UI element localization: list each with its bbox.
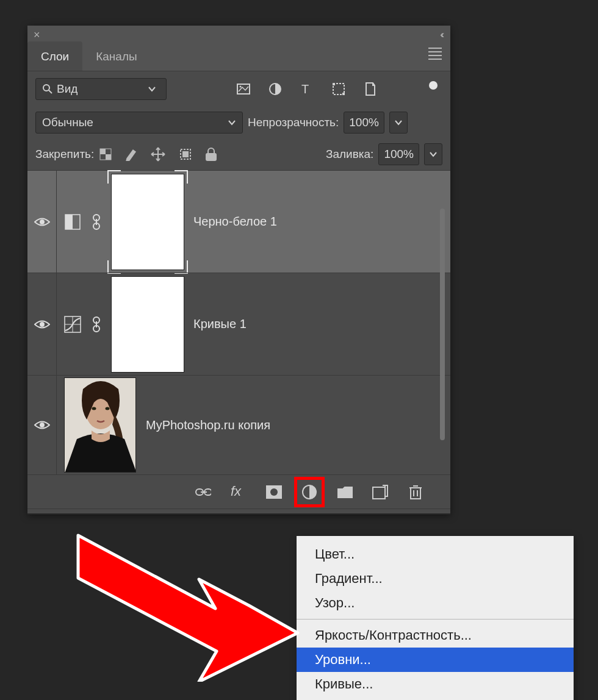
lock-artboard-icon[interactable] (178, 147, 193, 162)
new-adjustment-layer-icon[interactable] (301, 484, 317, 500)
menu-item-exposure[interactable]: Экспозиция... (297, 696, 574, 700)
link-icon[interactable] (91, 214, 102, 230)
svg-point-0 (43, 85, 49, 91)
menu-item-brightness[interactable]: Яркость/Контрастность... (297, 623, 574, 648)
flyout-group: Цвет... Градиент... Узор... (297, 536, 574, 615)
panel-menu-icon[interactable] (428, 48, 442, 60)
filter-label: Вид (57, 82, 77, 96)
lock-pixels-icon[interactable] (124, 148, 138, 161)
opacity-label: Непрозрачность: (248, 116, 339, 129)
menu-item-color[interactable]: Цвет... (297, 542, 574, 566)
tab-channels[interactable]: Каналы (82, 41, 150, 71)
svg-rect-11 (106, 154, 111, 160)
blend-mode-select[interactable]: Обычные (35, 112, 243, 134)
blackwhite-adjustment-icon (64, 213, 81, 230)
visibility-toggle[interactable] (27, 273, 57, 375)
lock-all-icon[interactable] (205, 148, 217, 161)
add-mask-icon[interactable] (266, 484, 282, 500)
eye-icon (34, 420, 50, 430)
blend-mode-value: Обычные (42, 116, 93, 129)
svg-point-15 (40, 220, 45, 224)
layer-row[interactable]: Кривые 1 (27, 273, 450, 375)
link-layers-icon[interactable] (195, 484, 211, 500)
eye-icon (34, 216, 50, 227)
svg-rect-7 (333, 83, 335, 85)
search-icon (42, 84, 53, 95)
visibility-toggle[interactable] (27, 171, 57, 273)
lock-label: Закрепить: (35, 148, 94, 161)
svg-point-28 (40, 423, 45, 427)
visibility-toggle[interactable] (27, 376, 57, 474)
filter-shape-icon[interactable] (332, 82, 345, 96)
tab-layers[interactable]: Слои (27, 41, 82, 71)
scrollbar[interactable] (440, 209, 445, 440)
svg-rect-41 (411, 488, 420, 499)
eye-icon (34, 319, 50, 330)
filter-pixel-icon[interactable] (237, 82, 250, 96)
new-layer-icon[interactable] (372, 484, 388, 500)
filter-smartobject-icon[interactable] (364, 82, 377, 96)
svg-point-31 (92, 407, 96, 410)
layer-name[interactable]: Черно-белое 1 (193, 215, 277, 229)
svg-point-3 (240, 86, 242, 88)
layer-filter-select[interactable]: Вид (35, 78, 167, 100)
lock-position-icon[interactable] (150, 146, 166, 162)
link-icon[interactable] (91, 316, 102, 332)
svg-line-1 (49, 90, 52, 93)
collapse-icon[interactable]: ‹‹ (440, 29, 442, 40)
svg-rect-14 (206, 154, 216, 160)
tutorial-arrow-icon (66, 523, 322, 682)
svg-rect-13 (182, 151, 189, 157)
svg-rect-8 (342, 93, 345, 95)
layer-type-filters: T (237, 82, 377, 96)
filter-text-icon[interactable]: T (300, 82, 314, 96)
svg-point-38 (270, 488, 278, 496)
layers-panel: × ‹‹ Слои Каналы Вид T Об (27, 26, 450, 515)
svg-text:fx: fx (231, 485, 242, 499)
close-icon[interactable]: × (34, 29, 40, 41)
svg-point-32 (106, 407, 110, 410)
chevron-down-icon (148, 85, 156, 93)
menu-separator (297, 619, 574, 620)
layer-thumbnail[interactable] (64, 377, 136, 473)
opacity-chevron[interactable] (389, 112, 408, 134)
menu-item-gradient[interactable]: Градиент... (297, 566, 574, 591)
new-group-icon[interactable] (337, 484, 353, 500)
panel-bottom-bar: fx (27, 474, 450, 509)
layer-mask-thumbnail[interactable] (112, 277, 184, 372)
fill-label: Заливка: (326, 148, 373, 161)
svg-rect-10 (100, 149, 106, 154)
svg-rect-17 (65, 215, 73, 229)
menu-item-pattern[interactable]: Узор... (297, 591, 574, 615)
filter-toggle-switch[interactable] (429, 81, 438, 90)
layer-row[interactable]: MyPhotoshop.ru копия (27, 375, 450, 474)
menu-item-curves[interactable]: Кривые... (297, 672, 574, 696)
layer-name[interactable]: Кривые 1 (193, 317, 247, 331)
filter-adjustment-icon[interactable] (268, 82, 282, 96)
portrait-placeholder (65, 378, 136, 473)
opacity-input[interactable]: 100% (344, 112, 384, 134)
curves-adjustment-icon (64, 316, 81, 333)
svg-point-21 (40, 322, 45, 327)
layer-mask-thumbnail[interactable] (112, 174, 184, 270)
layer-row[interactable]: Черно-белое 1 (27, 170, 450, 273)
lock-transparency-icon[interactable] (99, 148, 112, 161)
delete-layer-icon[interactable] (408, 484, 423, 500)
fill-input[interactable]: 100% (378, 143, 419, 165)
svg-rect-40 (373, 487, 385, 499)
fill-chevron[interactable] (424, 143, 442, 165)
adjustment-layer-menu: Цвет... Градиент... Узор... Яркость/Конт… (297, 536, 574, 700)
layer-name[interactable]: MyPhotoshop.ru копия (146, 418, 270, 432)
menu-item-levels[interactable]: Уровни... (297, 648, 574, 672)
layer-fx-icon[interactable]: fx (231, 484, 247, 500)
panel-tabs: Слои Каналы (27, 44, 450, 71)
chevron-down-icon (228, 118, 236, 127)
svg-text:T: T (301, 82, 309, 96)
flyout-group: Яркость/Контрастность... Уровни... Кривы… (297, 623, 574, 700)
